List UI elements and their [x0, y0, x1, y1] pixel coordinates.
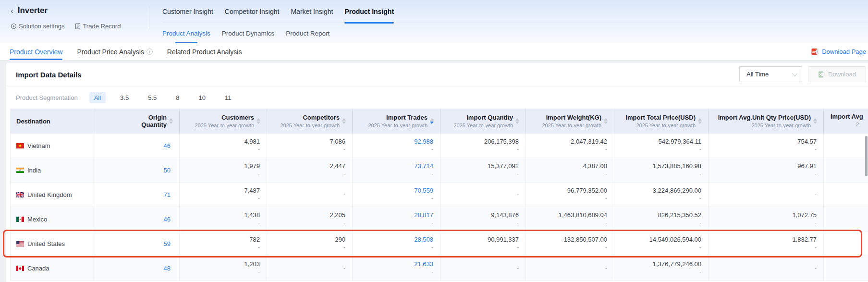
origin-quantity-cell: 50 — [95, 158, 180, 182]
back-icon[interactable]: ‹ — [11, 7, 13, 15]
download-page-link[interactable]: PD Download Page — [811, 43, 866, 60]
import-trades-link[interactable]: 21,633 — [414, 260, 433, 268]
column-header-import-quantity[interactable]: Import Quantity2025 Year-to-year growth — [440, 109, 526, 134]
top-tab-market-insight[interactable]: Market Insight — [291, 0, 333, 23]
column-label: Import Avg.Unit Qty Price(USD) — [718, 114, 811, 121]
cell-value: 4,981 — [244, 137, 260, 146]
sort-carets-icon[interactable] — [257, 118, 260, 124]
import-trades-link[interactable]: 73,714 — [414, 162, 433, 170]
segmentation-option-5-5[interactable]: 5.5 — [143, 92, 161, 103]
column-growth-sublabel: 2025 Year-to-year growth — [195, 123, 254, 128]
growth-value: - — [605, 195, 607, 203]
top-tab-product-insight[interactable]: Product Insight — [344, 0, 394, 23]
origin-quantity-link[interactable]: 59 — [164, 240, 171, 247]
gear-icon — [11, 23, 17, 29]
sort-carets-icon[interactable] — [604, 118, 608, 124]
segmentation-option-3-5[interactable]: 3.5 — [115, 92, 134, 103]
origin-quantity-link[interactable]: 48 — [164, 265, 171, 272]
cell-competitors: 2,447- — [267, 158, 353, 182]
cell-import-quantity: 90,991,337- — [440, 232, 526, 256]
column-header-import-avg-unit-qty-price-usd[interactable]: Import Avg.Unit Qty Price(USD)2025 Year-… — [709, 109, 824, 134]
page-tab-related-product-analysis[interactable]: Related Product Analysis — [167, 43, 242, 60]
segmentation-row: Product Segmentation All3.55.581011 — [6, 86, 868, 109]
growth-value: - — [431, 268, 433, 276]
segmentation-option-10[interactable]: 10 — [194, 92, 210, 103]
cell-value: 7,487 — [244, 186, 260, 195]
import-trades-link[interactable]: 92,988 — [414, 137, 433, 146]
table-row-india: India501,979-2,447-73,714-15,377,092-4,3… — [11, 158, 868, 183]
growth-value: - — [517, 264, 519, 272]
column-label: Competitors — [303, 114, 340, 121]
country-name: India — [27, 167, 41, 174]
column-label: Import Weight(KG) — [546, 114, 601, 121]
sort-carets-icon[interactable] — [813, 118, 817, 124]
document-icon — [75, 23, 81, 29]
solution-settings-link[interactable]: Solution settings — [11, 23, 64, 30]
sub-tab-product-analysis[interactable]: Product Analysis — [162, 23, 210, 43]
cell-value: 4,387.00 — [583, 162, 607, 170]
sub-tab-bar: Product AnalysisProduct DynamicsProduct … — [162, 23, 868, 43]
sort-carets-icon[interactable] — [698, 118, 702, 124]
segmentation-option-11[interactable]: 11 — [220, 92, 236, 103]
cell-value: 290 — [335, 235, 345, 244]
breadcrumb: ‹ Inverter — [11, 6, 149, 15]
top-tab-customer-insight[interactable]: Customer Insight — [162, 0, 213, 23]
sort-carets-icon[interactable] — [430, 118, 434, 124]
column-header-customers[interactable]: Customers2025 Year-to-year growth — [180, 109, 267, 134]
trade-record-link[interactable]: Trade Record — [75, 23, 121, 30]
column-label: Import Trades — [386, 114, 428, 121]
sort-carets-icon[interactable] — [515, 118, 519, 124]
import-trades-link[interactable]: 28,817 — [414, 211, 433, 219]
segmentation-option-all[interactable]: All — [89, 92, 106, 103]
cell-import-weight-kg: 2,047,319.42- — [526, 134, 614, 158]
sort-carets-icon[interactable] — [169, 118, 173, 124]
column-growth-sublabel: 2025 Year-to-year growth — [453, 123, 513, 128]
page-tab-product-overview[interactable]: Product Overview — [10, 43, 62, 60]
vertical-scrollbar[interactable] — [865, 136, 868, 176]
table-row-mexico: Mexico461,438-2,205-28,817-9,143,876-1,4… — [11, 207, 868, 232]
origin-quantity-link[interactable]: 46 — [164, 216, 171, 223]
cell-import-avg — [824, 134, 868, 158]
origin-quantity-link[interactable]: 71 — [164, 191, 171, 198]
origin-quantity-link[interactable]: 46 — [164, 142, 171, 149]
growth-value: - — [343, 191, 345, 199]
sub-tab-product-report[interactable]: Product Report — [286, 23, 330, 43]
growth-value: - — [605, 244, 607, 252]
column-header-origin-quantity[interactable]: Origin Quantity — [95, 109, 180, 134]
import-trades-link[interactable]: 28,508 — [414, 235, 433, 244]
cell-import-avg-unit-qty-price-usd: - — [709, 256, 824, 280]
column-header-import-total-price-usd[interactable]: Import Total Price(USD)2025 Year-to-year… — [614, 109, 709, 134]
sort-caret-down-icon — [257, 122, 260, 124]
cell-import-total-price-usd: 1,376,779,246.00- — [614, 256, 709, 280]
page-tab-label: Product Overview — [10, 48, 62, 56]
page-tab-product-price-analysis[interactable]: Product Price Analysisi — [77, 43, 152, 60]
cell-customers: 1,438- — [180, 207, 267, 231]
column-header-import-weight-kg[interactable]: Import Weight(KG)2025 Year-to-year growt… — [526, 109, 614, 134]
import-data-card: Import Data Details All Time Download Pr… — [6, 63, 868, 282]
growth-value: - — [517, 219, 519, 227]
cell-import-quantity: 206,175,398- — [440, 134, 526, 158]
column-header-import-trades[interactable]: Import Trades2025 Year-to-year growth — [353, 109, 440, 134]
sort-carets-icon[interactable] — [342, 118, 346, 124]
segmentation-option-8[interactable]: 8 — [171, 92, 184, 103]
cell-value: 1,979 — [244, 162, 260, 170]
cell-import-total-price-usd: 826,215,350.52- — [614, 207, 709, 231]
origin-quantity-link[interactable]: 50 — [164, 167, 171, 174]
growth-value: - — [699, 244, 701, 252]
import-data-table: DestinationOrigin QuantityCustomers2025 … — [10, 109, 868, 281]
cell-value: 96,779,352.00 — [567, 186, 607, 195]
import-trades-link[interactable]: 70,559 — [414, 186, 433, 195]
column-header-competitors[interactable]: Competitors2025 Year-to-year growth — [267, 109, 353, 134]
sub-tab-product-dynamics[interactable]: Product Dynamics — [222, 23, 275, 43]
growth-value: - — [605, 264, 607, 272]
sort-caret-down-icon — [430, 122, 434, 124]
card-header: Import Data Details All Time Download — [6, 63, 868, 86]
top-tab-competitor-insight[interactable]: Competitor Insight — [225, 0, 280, 23]
download-button[interactable]: Download — [808, 66, 866, 82]
cell-import-total-price-usd: 1,573,885,160.98- — [614, 158, 709, 182]
origin-quantity-cell: 46 — [95, 207, 180, 231]
growth-value: - — [815, 244, 817, 252]
solution-settings-label: Solution settings — [19, 23, 64, 30]
growth-value: - — [431, 146, 433, 154]
time-range-select[interactable]: All Time — [739, 66, 802, 82]
